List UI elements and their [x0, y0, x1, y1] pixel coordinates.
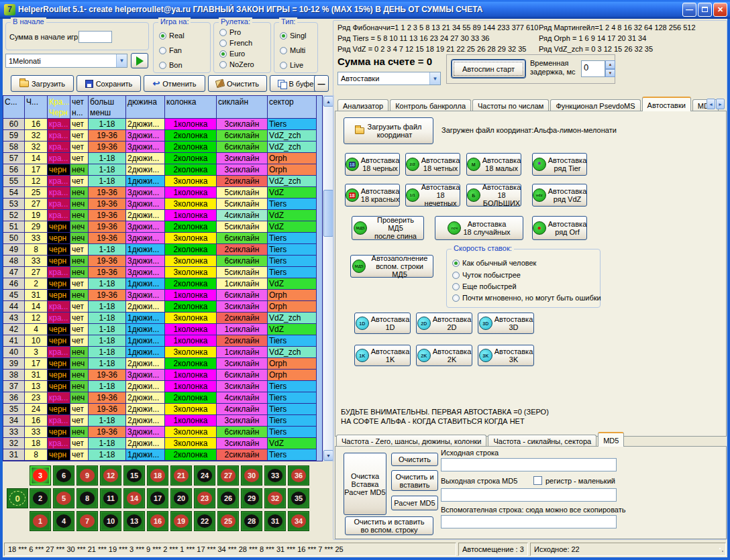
autostake-d-2-button[interactable]: 2DАвтоставка2D: [416, 313, 472, 334]
toolbar-undo-button[interactable]: ↩Отменить: [144, 75, 205, 92]
clear-and-paste-button[interactable]: Очистить ивставить: [391, 470, 438, 491]
table-row[interactable]: 3218кра...чет1-182дюжи...3колонка3сиклай…: [3, 438, 322, 449]
table-row[interactable]: 5219кра...неч19-362дюжи...1колонка4сикла…: [3, 210, 322, 221]
board-number-34[interactable]: 34: [288, 511, 309, 531]
game-on-radio-bon[interactable]: Bon: [159, 60, 182, 70]
autostake-d-1-button[interactable]: 1DАвтоставка1D: [354, 313, 411, 334]
table-row[interactable]: 4414кра...чет1-182дюжи...2колонка3сиклай…: [3, 301, 322, 313]
board-number-25[interactable]: 25: [217, 511, 239, 531]
board-number-10[interactable]: 10: [100, 511, 121, 531]
source-string-input[interactable]: [441, 458, 617, 471]
table-row[interactable]: 4833черннеч19-363дюжи...3колонка6сиклайн…: [3, 256, 322, 267]
table-row[interactable]: 403кра...неч1-181дюжи...3колонка1сиклайн…: [3, 347, 322, 358]
table-row[interactable]: 4531черннеч19-363дюжи...1колонка6сиклайн…: [3, 290, 322, 301]
tab-scroll-left-icon[interactable]: ◄: [707, 99, 715, 109]
table-row[interactable]: 5932кра...чет19-363дюжи...2колонка6сикла…: [3, 130, 322, 142]
table-row[interactable]: 424чернчет1-181дюжи...1колонка1сиклайнVd…: [3, 324, 322, 335]
speed-radio-еще-побыстрей[interactable]: Еще побыстрей: [452, 282, 517, 291]
board-number-12[interactable]: 12: [100, 465, 121, 486]
tab-main-4[interactable]: Функционал PsevdoMS: [550, 99, 640, 111]
table-row[interactable]: 318чернчет1-181дюжи...2колонка2сиклайнTi…: [3, 449, 322, 461]
autostake-row2-1-button[interactable]: 18Автоставка18 красных: [345, 184, 400, 207]
board-number-21[interactable]: 21: [170, 465, 192, 486]
game-on-radio-fan[interactable]: Fan: [159, 46, 182, 55]
spinner-up-icon[interactable]: ▲: [605, 60, 615, 69]
board-number-33[interactable]: 33: [264, 465, 286, 486]
table-row[interactable]: 5617черннеч1-182дюжи...2колонка3сиклайнO…: [3, 164, 322, 176]
clear-paste-calc-button[interactable]: ОчисткаВставкаРасчет MD5: [344, 453, 386, 515]
board-number-30[interactable]: 30: [241, 465, 262, 486]
board-number-32[interactable]: 32: [264, 488, 286, 508]
table-row[interactable]: 4110чернчет1-181дюжи...1колонка2сиклайнT…: [3, 335, 322, 347]
minimize-button[interactable]: —: [682, 3, 696, 17]
tab-scroll-right-icon[interactable]: ►: [716, 99, 725, 109]
board-number-26[interactable]: 26: [217, 488, 239, 508]
type-radio-singl[interactable]: Singl: [280, 31, 306, 40]
board-number-19[interactable]: 19: [170, 511, 192, 531]
roulette-radio-euro[interactable]: Euro: [219, 49, 245, 58]
board-number-15[interactable]: 15: [123, 465, 145, 486]
autostake-d-3-button[interactable]: 3DАвтоставка3D: [478, 313, 534, 334]
autostake-row2-2-button[interactable]: 1/1Автоставка18 нечетных: [405, 184, 460, 207]
game-on-radio-real[interactable]: Real: [159, 31, 185, 40]
table-row[interactable]: 3831черннеч19-363дюжи...1колонка6сиклайн…: [3, 370, 322, 381]
profile-combo[interactable]: 1Melonati ▼: [5, 54, 127, 68]
tab-bottom-1[interactable]: Частота - Zero, шансы, дюжины, колонки: [336, 435, 486, 447]
board-number-35[interactable]: 35: [288, 488, 309, 508]
autostake-row2-3-button[interactable]: БАвтоставка18 БОЛЬШИХ: [466, 184, 521, 207]
autospin-start-button[interactable]: Автоспин старт: [452, 60, 525, 78]
board-number-22[interactable]: 22: [194, 511, 215, 531]
autostake-row1-1-button[interactable]: 18Автоставка18 черных: [345, 153, 400, 176]
spinner-down-icon[interactable]: ▼: [605, 69, 615, 78]
autostake-row3-3-button[interactable]: ●Автоставкаряд Orf: [532, 216, 587, 240]
md5-output-input[interactable]: [441, 488, 617, 502]
tab-main-3[interactable]: Частоты по числам: [472, 99, 549, 111]
board-number-6[interactable]: 6: [53, 465, 74, 486]
delay-value[interactable]: 0: [581, 60, 605, 77]
autofill-md5-button[interactable]: МД5 Автозаполнениевспом. строки МД5: [350, 255, 433, 278]
scroll-up-icon[interactable]: ▲: [323, 96, 333, 107]
board-number-29[interactable]: 29: [241, 488, 262, 508]
autostake-row1-4-button[interactable]: *Автоставкаряд Tier: [532, 153, 587, 176]
table-row[interactable]: 3524чернчет19-362дюжи...3колонка4сиклайн…: [3, 404, 322, 415]
board-number-7[interactable]: 7: [76, 511, 98, 531]
board-number-8[interactable]: 8: [76, 488, 98, 508]
type-radio-multi[interactable]: Multi: [280, 46, 305, 55]
board-number-2[interactable]: 2: [30, 488, 51, 508]
board-number-20[interactable]: 20: [170, 488, 192, 508]
play-button[interactable]: [131, 53, 148, 68]
autostake-row3-2-button[interactable]: гсчАвтоставка18 случайных: [435, 216, 523, 240]
table-row[interactable]: 5425кра...неч19-363дюжи...1колонка5сикла…: [3, 187, 322, 199]
table-row[interactable]: 3416кра...чет1-182дюжи...1колонка3сиклай…: [3, 415, 322, 427]
table-row[interactable]: 6016кра...чет1-182дюжи...1колонка3сиклай…: [3, 119, 322, 130]
load-coordinates-button[interactable]: Загрузить файлкоординат: [344, 117, 433, 144]
roulette-radio-pro[interactable]: Pro: [219, 27, 241, 37]
roulette-radio-nozero[interactable]: NoZero: [219, 60, 254, 69]
board-number-31[interactable]: 31: [264, 511, 286, 531]
board-number-4[interactable]: 4: [53, 511, 74, 531]
type-radio-live[interactable]: Live: [280, 60, 303, 70]
table-row[interactable]: 5512кра...чет1-181дюжи...3колонка2сиклай…: [3, 176, 322, 187]
speed-radio-почти-мгновенно-но-могут-быть-ошибки[interactable]: Почти мгновенно, но могут быть ошибки: [452, 293, 601, 302]
board-number-1[interactable]: 1: [30, 511, 51, 531]
delay-spinner[interactable]: 0 ▲ ▼: [581, 60, 616, 77]
table-row[interactable]: 5832кра...чет19-363дюжи...2колонка6сикла…: [3, 142, 322, 153]
table-row[interactable]: 5714кра...чет1-182дюжи...2колонка3сиклай…: [3, 153, 322, 164]
toolbar-load-button[interactable]: Загрузить: [11, 75, 74, 92]
board-number-13[interactable]: 13: [123, 511, 145, 531]
board-number-16[interactable]: 16: [147, 511, 168, 531]
autostake-row1-3-button[interactable]: MАвтоставка18 малых: [466, 153, 521, 176]
board-number-23[interactable]: 23: [194, 488, 215, 508]
table-row[interactable]: 4727кра...неч19-363дюжи...3колонка5сикла…: [3, 267, 322, 278]
tab-bottom-2[interactable]: Частота - сиклайны, сектора: [488, 435, 596, 447]
speed-radio-чуток-побыстрее[interactable]: Чуток побыстрее: [452, 270, 521, 280]
chevron-down-icon[interactable]: ▼: [429, 72, 440, 85]
board-number-11[interactable]: 11: [100, 488, 121, 508]
tab-main-1[interactable]: Анализатор: [337, 99, 388, 111]
table-row[interactable]: 3713черннеч1-182дюжи...1колонка3сиклайнT…: [3, 381, 322, 392]
autostake-k-1-button[interactable]: 1KАвтоставка1K: [354, 345, 411, 366]
board-number-14[interactable]: 14: [123, 488, 145, 508]
table-row[interactable]: 462чернчет1-181дюжи...2колонка1сиклайнVd…: [3, 278, 322, 290]
table-row[interactable]: 5129черннеч19-363дюжи...2колонка5сиклайн…: [3, 221, 322, 233]
board-number-3[interactable]: 3: [30, 465, 51, 486]
